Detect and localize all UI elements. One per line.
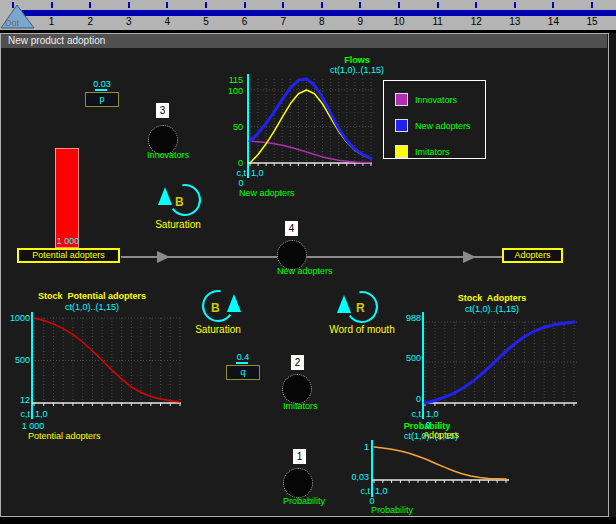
stock-adopters-footer-start: 1,0 xyxy=(426,409,439,419)
loop-saturation-top: B xyxy=(152,178,204,224)
param-q[interactable]: 0.4 q xyxy=(226,352,260,380)
param-p-value: 0.03 xyxy=(85,79,119,89)
probability-footer-ct: c,t xyxy=(346,486,370,496)
probability-footer-start: 1,0 xyxy=(375,486,388,496)
legend-label: New adopters xyxy=(415,121,471,131)
legend-row: New adopters xyxy=(384,119,485,133)
ruler-number: 11 xyxy=(429,16,447,27)
ruler-tick xyxy=(166,2,168,8)
time-slider-handle[interactable]: Dot xyxy=(0,0,36,30)
legend-swatch-innovators xyxy=(395,93,408,106)
legend-label: Innovators xyxy=(415,95,457,105)
probability-footer-name: Probability xyxy=(371,505,413,515)
flows-footer-ct: c,t xyxy=(222,168,246,178)
node-new-adopters-label: New adopters xyxy=(277,266,333,276)
flows-footer-start: 1,0 xyxy=(251,168,264,178)
param-q-box[interactable]: q xyxy=(226,365,260,380)
loop-saturation-top-label: Saturation xyxy=(143,219,213,230)
param-q-slider-dash[interactable] xyxy=(236,362,248,364)
stock-adopters-title: Stock Adopters xyxy=(442,293,542,303)
loop-letter: R xyxy=(356,301,365,315)
series-new-adopters xyxy=(250,79,371,158)
ruler-number: 13 xyxy=(506,16,524,27)
node-new-adopters-badge: 4 xyxy=(285,221,298,236)
node-imitators-label: Imitators xyxy=(283,401,318,411)
window-title: New product adoption xyxy=(1,34,607,48)
node-probability-label: Probability xyxy=(283,496,325,506)
flows-chart-plot xyxy=(240,70,385,182)
time-ruler[interactable]: 123456789101112131415 Dot xyxy=(0,0,616,30)
flows-footer-origin: 0 xyxy=(236,178,246,188)
ruler-tick xyxy=(282,2,284,8)
stock-adopters-footer-ct: c,t xyxy=(397,409,421,419)
loop-letter: B xyxy=(211,301,220,315)
ruler-number: 12 xyxy=(467,16,485,27)
series-innovators xyxy=(250,141,371,163)
potential-adopters-level-bar xyxy=(55,148,79,248)
param-p-box[interactable]: p xyxy=(85,92,119,107)
flow-arrow-icon xyxy=(157,251,170,263)
ruler-number: 5 xyxy=(197,16,215,27)
stock-adopters-footer-origin: 0 xyxy=(423,420,433,430)
loop-word-of-mouth-label: Word of mouth xyxy=(313,324,411,335)
app-window: 123456789101112131415 Dot New product ad… xyxy=(0,0,616,524)
loop-saturation-bottom-label: Saturation xyxy=(183,324,253,335)
param-p-slider-dash[interactable] xyxy=(95,89,107,91)
ruler-tick xyxy=(244,2,246,8)
legend-swatch-new-adopters xyxy=(395,119,408,132)
flows-legend: Innovators New adopters Imitators xyxy=(383,80,486,159)
node-probability[interactable] xyxy=(283,468,313,498)
ruler-tick xyxy=(398,2,400,8)
stock-potential-footer-start: 1,0 xyxy=(35,409,48,419)
ruler-tick xyxy=(591,2,593,8)
flow-line xyxy=(121,256,503,258)
stock-adopters-footer-name: Adopters xyxy=(423,430,459,440)
param-p[interactable]: 0.03 p xyxy=(85,79,119,107)
stock-potential-footer-ct: c,t xyxy=(6,409,30,419)
ruler-tick xyxy=(475,2,477,8)
ruler-number: 8 xyxy=(313,16,331,27)
slider-dot-label: Dot xyxy=(5,18,20,28)
ruler-tick xyxy=(514,2,516,8)
loop-arrow-icon xyxy=(227,294,241,312)
ruler-tick xyxy=(437,2,439,8)
ruler-tick xyxy=(89,2,91,8)
ruler-number: 7 xyxy=(274,16,292,27)
ruler-number: 6 xyxy=(236,16,254,27)
flow-arrow-icon xyxy=(463,251,476,263)
ruler-number: 3 xyxy=(120,16,138,27)
ruler-number: 1 xyxy=(43,16,61,27)
stock-box-potential-adopters[interactable]: Potential adopters xyxy=(17,248,120,263)
loop-arrow-icon xyxy=(158,187,172,205)
legend-swatch-imitators xyxy=(395,145,408,158)
param-q-value: 0.4 xyxy=(226,352,260,362)
loop-letter: B xyxy=(175,195,184,209)
stock-adopters-plot xyxy=(415,308,585,423)
node-probability-badge: 1 xyxy=(293,449,306,464)
ruler-number: 10 xyxy=(390,16,408,27)
ruler-number: 15 xyxy=(583,16,601,27)
ruler-number: 4 xyxy=(158,16,176,27)
node-innovators-badge: 3 xyxy=(156,103,169,118)
legend-label: Imitators xyxy=(415,147,450,157)
potential-adopters-level-value: 1 000 xyxy=(53,236,83,246)
series-probability xyxy=(374,447,506,479)
ruler-tick xyxy=(205,2,207,8)
ruler-tick xyxy=(359,2,361,8)
node-innovators-label: Innovators xyxy=(147,150,189,160)
series-imitators xyxy=(250,90,371,163)
ruler-tick xyxy=(321,2,323,8)
node-imitators-badge: 2 xyxy=(291,355,304,370)
flows-chart-title: Flows xyxy=(327,55,387,65)
ruler-tick xyxy=(552,2,554,8)
flows-footer-name: New adopters xyxy=(239,188,295,198)
ruler-tick xyxy=(51,2,53,8)
node-imitators[interactable] xyxy=(282,374,312,404)
legend-row: Innovators xyxy=(384,93,485,107)
loop-arrow-icon xyxy=(337,295,351,313)
ruler-tick xyxy=(128,2,130,8)
stock-potential-title: Stock Potential adopters xyxy=(22,291,162,301)
ruler-number: 14 xyxy=(544,16,562,27)
stock-box-adopters[interactable]: Adopters xyxy=(502,248,563,263)
stock-potential-plot xyxy=(24,308,189,423)
